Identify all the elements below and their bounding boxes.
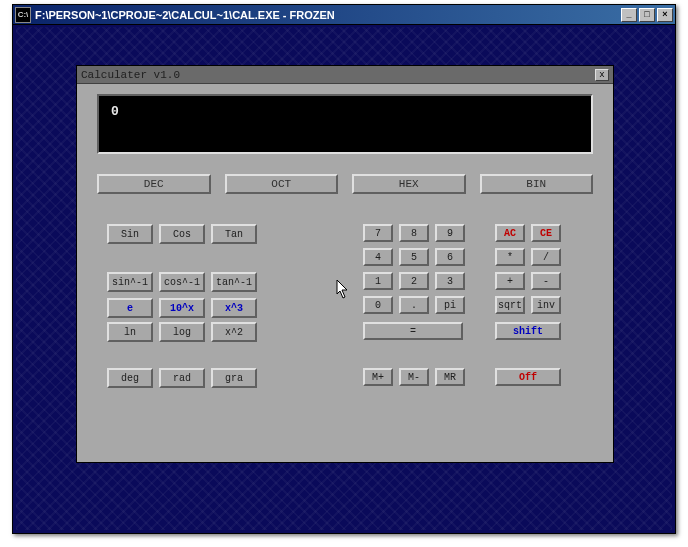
calculator-window: Calculater v1.0 x 0 DEC OCT HEX BIN Sin … [76,65,614,463]
digit-1-button[interactable]: 1 [363,272,393,290]
mode-oct-button[interactable]: OCT [225,174,339,194]
memory-plus-button[interactable]: M+ [363,368,393,386]
clear-entry-button[interactable]: CE [531,224,561,242]
window-title: F:\PERSON~1\CPROJE~2\CALCUL~1\CAL.EXE - … [35,9,619,21]
calc-close-button[interactable]: x [595,69,609,81]
log-button[interactable]: log [159,322,205,342]
ten-power-x-button[interactable]: 10^x [159,298,205,318]
digit-7-button[interactable]: 7 [363,224,393,242]
acos-button[interactable]: cos^-1 [159,272,205,292]
digit-5-button[interactable]: 5 [399,248,429,266]
maximize-button[interactable]: □ [639,8,655,22]
system-menu-icon[interactable]: C:\ [15,7,31,23]
calc-display: 0 [97,94,593,154]
digit-6-button[interactable]: 6 [435,248,465,266]
close-button[interactable]: × [657,8,673,22]
gra-button[interactable]: gra [211,368,257,388]
divide-button[interactable]: / [531,248,561,266]
tan-button[interactable]: Tan [211,224,257,244]
mode-bin-button[interactable]: BIN [480,174,594,194]
shift-button[interactable]: shift [495,322,561,340]
x-cubed-button[interactable]: x^3 [211,298,257,318]
asin-button[interactable]: sin^-1 [107,272,153,292]
add-button[interactable]: + [495,272,525,290]
atan-button[interactable]: tan^-1 [211,272,257,292]
digit-9-button[interactable]: 9 [435,224,465,242]
memory-recall-button[interactable]: MR [435,368,465,386]
subtract-button[interactable]: - [531,272,561,290]
calc-title: Calculater v1.0 [81,69,595,81]
off-button[interactable]: Off [495,368,561,386]
pi-button[interactable]: pi [435,296,465,314]
sin-button[interactable]: Sin [107,224,153,244]
cos-button[interactable]: Cos [159,224,205,244]
memory-minus-button[interactable]: M- [399,368,429,386]
mode-dec-button[interactable]: DEC [97,174,211,194]
multiply-button[interactable]: * [495,248,525,266]
e-button[interactable]: e [107,298,153,318]
calc-titlebar[interactable]: Calculater v1.0 x [77,66,613,84]
ln-button[interactable]: ln [107,322,153,342]
digit-3-button[interactable]: 3 [435,272,465,290]
equals-button[interactable]: = [363,322,463,340]
mode-hex-button[interactable]: HEX [352,174,466,194]
os-window: C:\ F:\PERSON~1\CPROJE~2\CALCUL~1\CAL.EX… [12,4,676,534]
decimal-point-button[interactable]: . [399,296,429,314]
rad-button[interactable]: rad [159,368,205,388]
digit-4-button[interactable]: 4 [363,248,393,266]
all-clear-button[interactable]: AC [495,224,525,242]
digit-8-button[interactable]: 8 [399,224,429,242]
x-squared-button[interactable]: x^2 [211,322,257,342]
digit-2-button[interactable]: 2 [399,272,429,290]
sqrt-button[interactable]: sqrt [495,296,525,314]
digit-0-button[interactable]: 0 [363,296,393,314]
dos-background: Calculater v1.0 x 0 DEC OCT HEX BIN Sin … [16,27,672,530]
minimize-button[interactable]: _ [621,8,637,22]
os-titlebar[interactable]: C:\ F:\PERSON~1\CPROJE~2\CALCUL~1\CAL.EX… [13,5,675,25]
deg-button[interactable]: deg [107,368,153,388]
inverse-button[interactable]: inv [531,296,561,314]
